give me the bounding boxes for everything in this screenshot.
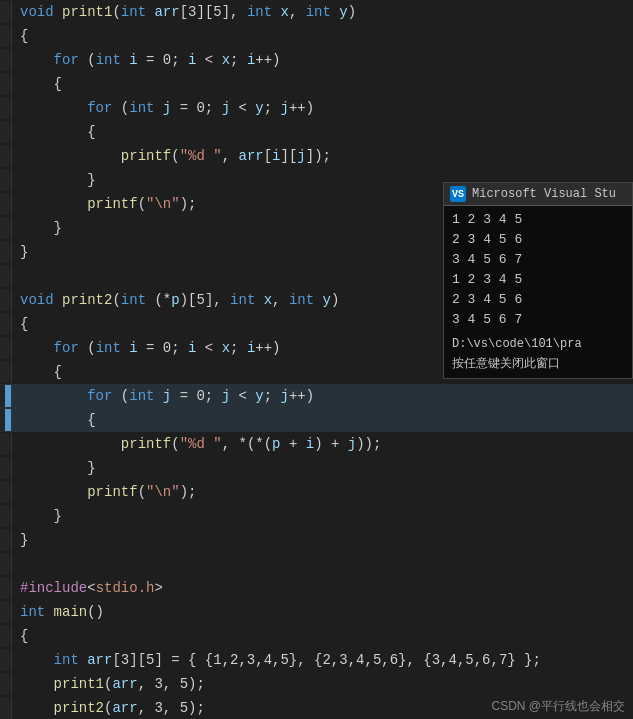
- line-gutter: [0, 265, 12, 287]
- console-window: VS Microsoft Visual Stu 1 2 3 4 52 3 4 5…: [443, 182, 633, 379]
- token-op: <: [196, 340, 221, 356]
- token-fn: printf: [87, 196, 137, 212]
- line-gutter: [0, 649, 12, 671]
- token-punc: (: [112, 292, 120, 308]
- token-punc: {: [87, 124, 95, 140]
- line-gutter: [0, 601, 12, 623]
- console-title: Microsoft Visual Stu: [472, 187, 616, 201]
- token-punc: ,: [289, 4, 306, 20]
- code-line: void print1(int arr[3][5], int x, int y): [0, 0, 633, 24]
- token-punc: );: [180, 484, 197, 500]
- code-line: }: [0, 528, 633, 552]
- token-kw: int: [289, 292, 323, 308]
- token-var: j: [348, 436, 356, 452]
- code-line: {: [0, 624, 633, 648]
- token-punc: ;: [230, 340, 247, 356]
- code-content: void print1(int arr[3][5], int x, int y): [12, 1, 633, 23]
- token-punc: }: [20, 532, 28, 548]
- code-line: }: [0, 456, 633, 480]
- token-punc: ;: [264, 100, 281, 116]
- token-punc: ));: [356, 436, 381, 452]
- code-editor: void print1(int arr[3][5], int x, int y)…: [0, 0, 633, 719]
- token-punc: (: [87, 52, 95, 68]
- line-gutter: [0, 553, 12, 575]
- token-punc: }: [87, 460, 95, 476]
- token-op: <: [196, 52, 221, 68]
- code-line: for (int j = 0; j < y; j++): [0, 96, 633, 120]
- code-content: for (int i = 0; i < x; i++): [12, 49, 633, 71]
- token-kw: int: [129, 388, 163, 404]
- token-var: j: [281, 388, 289, 404]
- token-var: j: [281, 100, 289, 116]
- token-var: j: [163, 388, 171, 404]
- line-gutter: [0, 625, 12, 647]
- code-line: print1(arr, 3, 5);: [0, 672, 633, 696]
- code-line: {: [0, 120, 633, 144]
- console-output-line: 1 2 3 4 5: [452, 270, 624, 290]
- token-var: p: [171, 292, 179, 308]
- token-op: <: [230, 388, 255, 404]
- code-content: for (int j = 0; j < y; j++): [12, 385, 633, 407]
- token-fn: print1: [54, 676, 104, 692]
- token-punc: >: [154, 580, 162, 596]
- token-punc: }: [54, 220, 62, 236]
- token-var: arr: [154, 4, 179, 20]
- line-gutter: [0, 529, 12, 551]
- code-line: {: [0, 24, 633, 48]
- code-line: for (int i = 0; i < x; i++): [0, 48, 633, 72]
- console-output-line: 3 4 5 6 7: [452, 250, 624, 270]
- code-line: {: [0, 72, 633, 96]
- token-var: y: [255, 388, 263, 404]
- code-line: [0, 552, 633, 576]
- token-punc: ,: [272, 292, 289, 308]
- token-var: i: [306, 436, 314, 452]
- line-gutter: [0, 145, 12, 167]
- token-punc: [3][5],: [180, 4, 247, 20]
- token-punc: (: [138, 196, 146, 212]
- code-line: printf("\n");: [0, 480, 633, 504]
- token-punc: (: [112, 4, 120, 20]
- token-punc: ;: [230, 52, 247, 68]
- console-body: 1 2 3 4 52 3 4 5 63 4 5 6 71 2 3 4 52 3 …: [444, 206, 632, 378]
- token-punc: {: [87, 412, 95, 428]
- line-gutter: [0, 481, 12, 503]
- token-kw: void: [20, 4, 62, 20]
- token-punc: );: [180, 196, 197, 212]
- token-op: <: [230, 100, 255, 116]
- line-gutter: [0, 673, 12, 695]
- token-str: "\n": [146, 484, 180, 500]
- token-var: x: [264, 292, 272, 308]
- token-punc: {: [20, 28, 28, 44]
- line-gutter: [0, 433, 12, 455]
- code-content: printf("%d ", *(*(p + i) + j));: [12, 433, 633, 455]
- code-line: for (int j = 0; j < y; j++): [0, 384, 633, 408]
- watermark: CSDN @平行线也会相交: [491, 698, 625, 715]
- token-fn: printf: [121, 436, 171, 452]
- vs-icon: VS: [450, 186, 466, 202]
- token-punc: (: [171, 148, 179, 164]
- token-fn: main: [54, 604, 88, 620]
- token-var: arr: [112, 676, 137, 692]
- token-punc: ;: [264, 388, 281, 404]
- console-titlebar: VS Microsoft Visual Stu: [444, 183, 632, 206]
- token-kw: int: [306, 4, 340, 20]
- token-punc: , *(*(: [222, 436, 272, 452]
- token-var: arr: [238, 148, 263, 164]
- token-punc: ++): [255, 52, 280, 68]
- token-var: x: [281, 4, 289, 20]
- code-content: printf("%d ", arr[i][j]);: [12, 145, 633, 167]
- line-gutter: [0, 457, 12, 479]
- code-line: #include<stdio.h>: [0, 576, 633, 600]
- token-punc: (: [121, 388, 129, 404]
- code-line: }: [0, 504, 633, 528]
- token-punc: }: [20, 244, 28, 260]
- token-punc: , 3, 5);: [138, 700, 205, 716]
- token-punc: ,: [222, 148, 239, 164]
- line-gutter: [0, 577, 12, 599]
- token-kw: int: [54, 652, 88, 668]
- token-kw: int: [247, 4, 281, 20]
- console-output-line: 2 3 4 5 6: [452, 290, 624, 310]
- token-kw: int: [121, 4, 155, 20]
- token-var: x: [222, 52, 230, 68]
- token-punc: {: [20, 316, 28, 332]
